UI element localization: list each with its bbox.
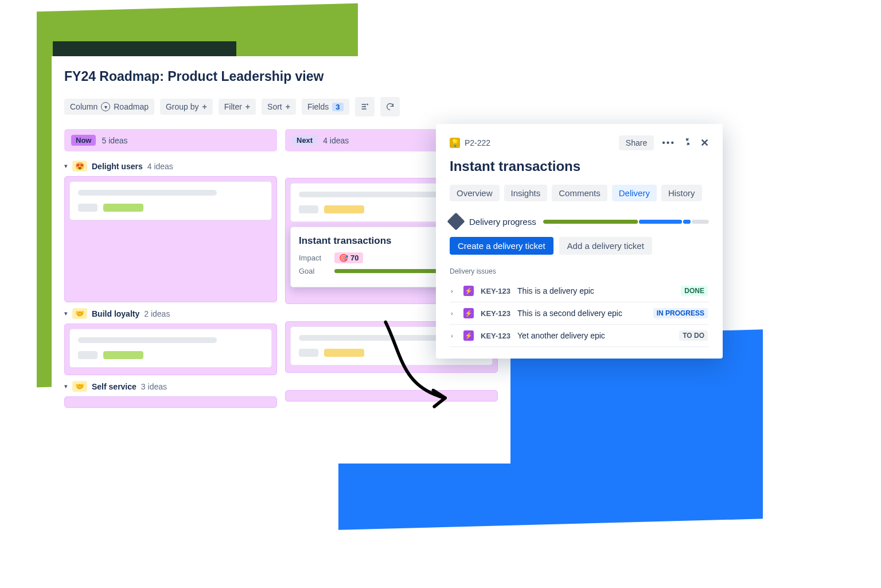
tab-comments[interactable]: Comments [552, 185, 607, 201]
tab-insights[interactable]: Insights [504, 185, 548, 201]
idea-card[interactable] [69, 181, 272, 220]
group-name: Delight users [92, 162, 143, 171]
group-count: 2 ideas [144, 309, 170, 318]
status-badge: DONE [681, 286, 708, 296]
groupby-button[interactable]: Group by + [160, 99, 213, 115]
settings-icon[interactable] [355, 97, 375, 116]
column-value: Roadmap [114, 102, 149, 111]
column-header-now: Now 5 ideas [64, 129, 277, 151]
tab-delivery[interactable]: Delivery [612, 185, 657, 201]
skeleton-pill [78, 204, 98, 212]
card-zone[interactable] [64, 396, 277, 408]
skeleton-pill [324, 205, 364, 213]
filter-label: Filter [224, 102, 242, 111]
chevron-right-icon[interactable]: › [451, 332, 457, 339]
skeleton-line [299, 192, 438, 197]
column-selector[interactable]: Column ▾ Roadmap [64, 99, 154, 115]
idea-card[interactable] [69, 329, 272, 368]
delivery-issue-row[interactable]: › ⚡ KEY-123 This is a delivery epic DONE [450, 280, 709, 302]
skeleton-pill [78, 351, 98, 359]
detail-title: Instant transactions [450, 158, 709, 174]
diamond-icon [447, 212, 465, 230]
group-count: 4 ideas [147, 162, 173, 171]
sort-label: Sort [267, 102, 282, 111]
epic-icon: ⚡ [463, 330, 474, 341]
column-badge-now: Now [71, 135, 96, 146]
collapse-icon[interactable] [683, 137, 692, 149]
skeleton-line [299, 335, 438, 341]
tab-history[interactable]: History [661, 185, 702, 201]
fields-button[interactable]: Fields 3 [302, 99, 349, 115]
column-count-next: 4 ideas [323, 136, 349, 145]
group-header-loyalty: ▾ 🤝 Build loyalty 2 ideas [64, 308, 277, 319]
detail-panel: 💡 P2-222 Share ••• ✕ Instant transaction… [436, 124, 723, 359]
status-badge: IN PROGRESS [653, 308, 708, 318]
skeleton-pill [103, 204, 143, 212]
filter-button[interactable]: Filter + [219, 99, 256, 115]
group-emoji: 🤝 [72, 308, 87, 319]
issue-key: KEY-123 [481, 332, 510, 340]
column-label: Column [70, 102, 98, 111]
column-count-now: 5 ideas [102, 136, 127, 145]
goal-label: Goal [299, 267, 328, 275]
group-name: Build loyalty [92, 309, 139, 318]
chevron-right-icon[interactable]: › [451, 287, 457, 294]
chevron-down-icon: ▾ [101, 102, 110, 111]
issue-key-link[interactable]: 💡 P2-222 [450, 138, 490, 148]
fields-label: Fields [307, 102, 329, 111]
epic-icon: ⚡ [463, 286, 474, 296]
board-columns: Now 5 ideas ▾ 😍 Delight users 4 ideas [64, 129, 498, 408]
status-badge: TO DO [679, 330, 708, 341]
delivery-issue-row[interactable]: › ⚡ KEY-123 This is a second delivery ep… [450, 302, 709, 325]
skeleton-pill [299, 205, 318, 213]
view-toolbar: Column ▾ Roadmap Group by + Filter + Sor… [64, 97, 498, 116]
progress-label: Delivery progress [469, 217, 536, 227]
group-emoji: 😍 [72, 161, 87, 172]
column-badge-next: Next [292, 135, 317, 146]
group-emoji: 🤝 [72, 381, 87, 392]
issue-key: KEY-123 [481, 287, 510, 295]
issue-key: P2-222 [465, 138, 490, 147]
idea-type-icon: 💡 [450, 138, 460, 148]
issue-summary: Yet another delivery epic [517, 331, 672, 340]
delivery-progress-row: Delivery progress [450, 215, 709, 228]
add-ticket-button[interactable]: Add a delivery ticket [559, 237, 652, 255]
issue-summary: This is a second delivery epic [517, 309, 646, 318]
share-button[interactable]: Share [619, 135, 654, 150]
detail-header: 💡 P2-222 Share ••• ✕ [450, 135, 709, 150]
plus-icon: + [286, 102, 290, 111]
collapse-icon[interactable]: ▾ [64, 310, 68, 317]
skeleton-pill [103, 351, 143, 359]
column-now: Now 5 ideas ▾ 😍 Delight users 4 ideas [64, 129, 277, 408]
issue-summary: This is a delivery epic [517, 286, 674, 295]
delivery-issue-row[interactable]: › ⚡ KEY-123 Yet another delivery epic TO… [450, 325, 709, 347]
issue-key: KEY-123 [481, 309, 510, 318]
skeleton-pill [324, 349, 364, 357]
group-header-delight: ▾ 😍 Delight users 4 ideas [64, 161, 277, 172]
plus-icon: + [202, 102, 207, 111]
plus-icon: + [245, 102, 250, 111]
page-title: FY24 Roadmap: Product Leadership view [64, 69, 498, 84]
sort-button[interactable]: Sort + [262, 99, 296, 115]
create-ticket-button[interactable]: Create a delivery ticket [450, 237, 553, 255]
group-header-self: ▾ 🤝 Self service 3 ideas [64, 381, 277, 392]
impact-label: Impact [299, 254, 328, 262]
group-count: 3 ideas [141, 382, 167, 391]
group-name: Self service [92, 382, 137, 391]
refresh-icon[interactable] [380, 97, 400, 116]
skeleton-pill [299, 349, 318, 357]
card-zone[interactable] [64, 176, 277, 302]
impact-value: 🎯70 [334, 252, 363, 263]
target-icon: 🎯 [339, 254, 348, 262]
card-zone[interactable] [285, 390, 498, 402]
epic-icon: ⚡ [463, 308, 474, 318]
collapse-icon[interactable]: ▾ [64, 162, 68, 170]
collapse-icon[interactable]: ▾ [64, 383, 68, 390]
progress-bar [543, 220, 709, 224]
more-icon[interactable]: ••• [662, 138, 675, 148]
close-icon[interactable]: ✕ [700, 137, 709, 149]
skeleton-line [78, 190, 217, 196]
chevron-right-icon[interactable]: › [451, 310, 457, 317]
tab-overview[interactable]: Overview [450, 185, 500, 201]
card-zone[interactable] [64, 324, 277, 375]
